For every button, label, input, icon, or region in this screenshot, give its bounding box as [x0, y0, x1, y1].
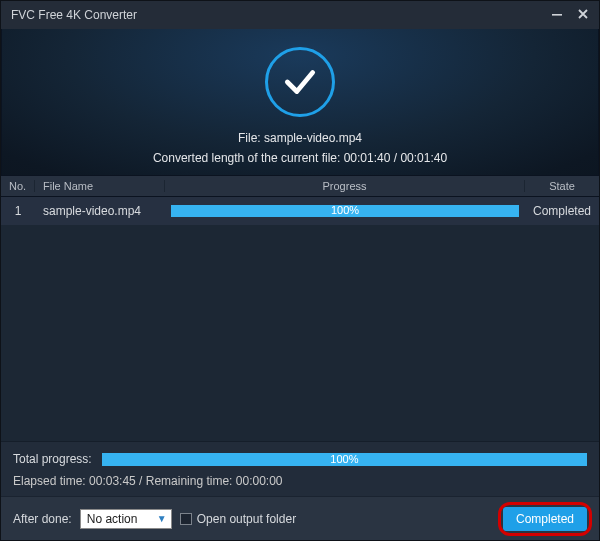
row-progress-cell: 100%	[165, 205, 525, 217]
app-title: FVC Free 4K Converter	[11, 8, 137, 22]
chevron-down-icon: ▼	[157, 513, 167, 524]
checkmark-circle-icon	[265, 47, 335, 117]
table-header: No. File Name Progress State	[1, 175, 599, 197]
row-progress-label: 100%	[171, 205, 519, 216]
open-output-folder-label: Open output folder	[197, 512, 296, 526]
files-table: No. File Name Progress State 1 sample-vi…	[1, 175, 599, 225]
file-name: sample-video.mp4	[264, 131, 362, 145]
minimize-icon[interactable]	[551, 8, 563, 23]
completed-button[interactable]: Completed	[503, 507, 587, 531]
window-controls	[551, 8, 589, 23]
total-progress-label: Total progress:	[13, 452, 92, 466]
open-output-folder-checkbox[interactable]: Open output folder	[180, 512, 296, 526]
success-indicator	[2, 43, 598, 117]
close-icon[interactable]	[577, 8, 589, 23]
row-progress-bar: 100%	[171, 205, 519, 217]
total-progress-bar: 100%	[102, 453, 587, 466]
svg-rect-0	[552, 14, 562, 16]
row-file: sample-video.mp4	[35, 204, 165, 218]
app-window: FVC Free 4K Converter File: sample-video…	[0, 0, 600, 541]
file-line: File: sample-video.mp4	[2, 131, 598, 145]
after-done-value: No action	[87, 512, 138, 526]
footer-actions: After done: No action ▼ Open output fold…	[1, 496, 599, 540]
row-state: Completed	[525, 204, 599, 218]
col-header-state: State	[525, 180, 599, 192]
status-panel: File: sample-video.mp4 Converted length …	[1, 29, 599, 175]
footer-status: Total progress: 100% Elapsed time: 00:03…	[1, 441, 599, 496]
after-done-group: After done: No action ▼ Open output fold…	[13, 509, 296, 529]
after-done-select[interactable]: No action ▼	[80, 509, 172, 529]
col-header-file: File Name	[35, 180, 165, 192]
table-empty-area	[1, 225, 599, 441]
after-done-label: After done:	[13, 512, 72, 526]
col-header-progress: Progress	[165, 180, 525, 192]
converted-length-line: Converted length of the current file: 00…	[2, 151, 598, 165]
checkbox-box-icon	[180, 513, 192, 525]
completed-button-wrap: Completed	[503, 507, 587, 531]
file-prefix: File:	[238, 131, 264, 145]
titlebar: FVC Free 4K Converter	[1, 1, 599, 29]
elapsed-remaining-line: Elapsed time: 00:03:45 / Remaining time:…	[13, 474, 587, 488]
total-progress-pct: 100%	[102, 453, 587, 465]
total-progress-row: Total progress: 100%	[13, 452, 587, 466]
row-no: 1	[1, 204, 35, 218]
table-row[interactable]: 1 sample-video.mp4 100% Completed	[1, 197, 599, 225]
table-body: 1 sample-video.mp4 100% Completed	[1, 197, 599, 225]
col-header-no: No.	[1, 180, 35, 192]
